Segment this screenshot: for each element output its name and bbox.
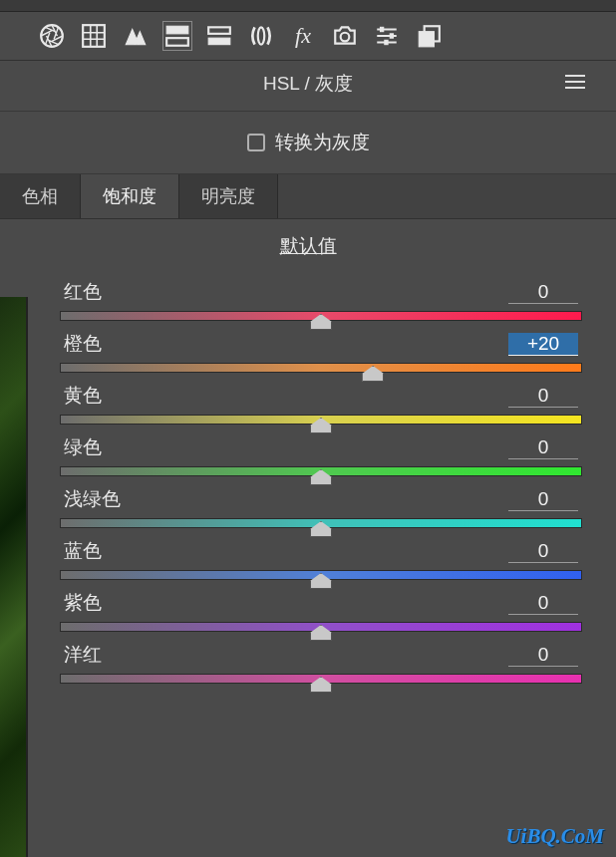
svg-point-7 <box>341 33 350 42</box>
slider-value-blue[interactable]: 0 <box>508 540 578 563</box>
top-divider <box>0 0 616 12</box>
slider-thumb-purple[interactable] <box>310 625 332 641</box>
triangles-icon[interactable] <box>122 22 150 50</box>
slider-label-green: 绿色 <box>64 434 102 460</box>
slider-row-yellow: 黄色0 <box>60 383 582 425</box>
slider-value-orange[interactable]: +20 <box>508 333 578 356</box>
slider-track-aqua[interactable] <box>60 518 582 528</box>
panel-menu-icon[interactable] <box>564 74 586 94</box>
slider-track-red[interactable] <box>60 311 582 321</box>
slider-row-green: 绿色0 <box>60 434 582 476</box>
slider-row-purple: 紫色0 <box>60 590 582 632</box>
image-preview-edge <box>0 297 28 857</box>
rows-alt-icon[interactable] <box>205 22 233 50</box>
slider-track-green[interactable] <box>60 466 582 476</box>
svg-point-6 <box>258 27 265 44</box>
hsl-tabs: 色相 饱和度 明亮度 <box>0 174 616 219</box>
slider-track-purple[interactable] <box>60 622 582 632</box>
svg-rect-4 <box>208 27 230 33</box>
lens-icon[interactable] <box>247 22 275 50</box>
slider-value-green[interactable]: 0 <box>508 436 578 459</box>
panel-header: HSL / 灰度 <box>0 61 616 112</box>
svg-rect-2 <box>166 26 188 34</box>
slider-track-orange[interactable] <box>60 363 582 373</box>
slider-thumb-magenta[interactable] <box>310 677 332 693</box>
grayscale-label: 转换为灰度 <box>275 130 370 155</box>
slider-value-red[interactable]: 0 <box>508 281 578 304</box>
grayscale-row: 转换为灰度 <box>0 112 616 174</box>
slider-value-yellow[interactable]: 0 <box>508 385 578 408</box>
slider-thumb-aqua[interactable] <box>310 521 332 537</box>
default-link[interactable]: 默认值 <box>0 219 616 269</box>
slider-label-blue: 蓝色 <box>64 538 102 564</box>
slider-thumb-green[interactable] <box>310 469 332 485</box>
grayscale-checkbox[interactable] <box>247 134 265 151</box>
slider-thumb-yellow[interactable] <box>310 418 332 433</box>
slider-thumb-blue[interactable] <box>310 573 332 589</box>
svg-rect-12 <box>419 32 434 47</box>
tab-saturation[interactable]: 饱和度 <box>81 174 179 218</box>
tab-luminance[interactable]: 明亮度 <box>179 174 278 218</box>
slider-row-aqua: 浅绿色0 <box>60 486 582 528</box>
slider-label-aqua: 浅绿色 <box>64 486 121 512</box>
fx-icon[interactable]: fx <box>289 22 317 50</box>
svg-rect-3 <box>166 38 188 46</box>
slider-row-blue: 蓝色0 <box>60 538 582 580</box>
panel-toolbar: fx <box>0 12 616 61</box>
slider-value-aqua[interactable]: 0 <box>508 488 578 511</box>
slider-label-purple: 紫色 <box>64 590 102 616</box>
stack-icon[interactable] <box>415 22 443 50</box>
svg-rect-10 <box>385 40 388 44</box>
slider-track-yellow[interactable] <box>60 415 582 425</box>
slider-label-yellow: 黄色 <box>64 383 102 409</box>
camera-icon[interactable] <box>331 22 359 50</box>
svg-rect-1 <box>83 25 105 47</box>
slider-value-magenta[interactable]: 0 <box>508 644 578 667</box>
tab-hue[interactable]: 色相 <box>0 174 81 218</box>
slider-track-blue[interactable] <box>60 570 582 580</box>
svg-rect-5 <box>208 38 230 44</box>
slider-row-magenta: 洋红0 <box>60 642 582 684</box>
grid-icon[interactable] <box>80 22 108 50</box>
slider-value-purple[interactable]: 0 <box>508 592 578 615</box>
panel-title: HSL / 灰度 <box>30 71 586 97</box>
slider-label-orange: 橙色 <box>64 331 102 357</box>
slider-thumb-red[interactable] <box>310 314 332 330</box>
svg-point-0 <box>41 25 63 47</box>
slider-label-magenta: 洋红 <box>64 642 102 668</box>
slider-thumb-orange[interactable] <box>362 366 384 382</box>
slider-row-red: 红色0 <box>60 279 582 321</box>
watermark: UiBQ.CoM <box>505 824 604 849</box>
svg-rect-9 <box>390 34 393 38</box>
sliders-container: 红色0橙色+20黄色0绿色0浅绿色0蓝色0紫色0洋红0 <box>0 279 616 684</box>
svg-rect-8 <box>381 27 384 31</box>
slider-row-orange: 橙色+20 <box>60 331 582 373</box>
rows-icon[interactable] <box>163 22 191 50</box>
slider-track-magenta[interactable] <box>60 674 582 684</box>
aperture-icon[interactable] <box>38 22 66 50</box>
sliders-icon[interactable] <box>373 22 401 50</box>
slider-label-red: 红色 <box>64 279 102 305</box>
